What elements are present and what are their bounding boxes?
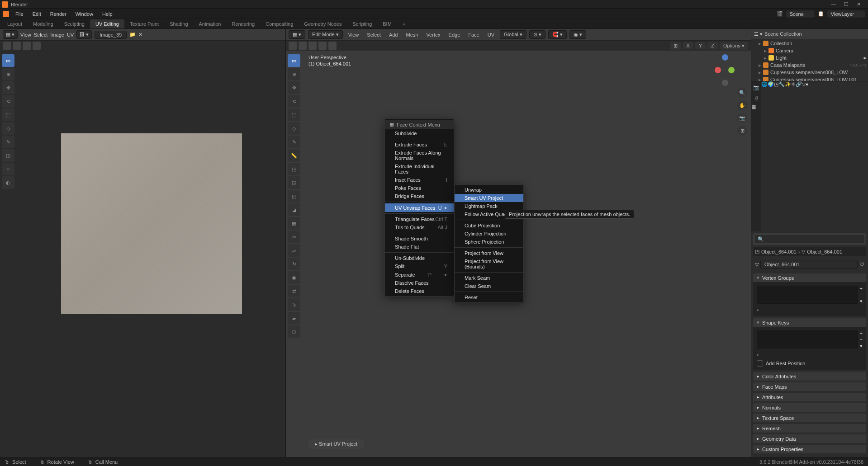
- viewport-tool-select-icon[interactable]: ▭: [288, 54, 300, 67]
- uv-menu-select[interactable]: Select: [34, 32, 48, 38]
- submenu-item[interactable]: Mark Seam: [455, 274, 523, 282]
- tab-sculpting[interactable]: Sculpting: [59, 19, 90, 28]
- viewport-tool-bevel-icon[interactable]: ◢: [288, 203, 300, 216]
- tab-geometry-nodes[interactable]: Geometry Nodes: [299, 19, 347, 28]
- context-menu-item[interactable]: SeparateP▸: [385, 270, 454, 279]
- viewport-pan-icon[interactable]: ✋: [737, 100, 747, 110]
- shape-keys-list[interactable]: [757, 330, 858, 348]
- viewport-tool-measure-icon[interactable]: 📏: [288, 149, 300, 162]
- menu-render[interactable]: Render: [46, 10, 71, 18]
- tab-add[interactable]: +: [397, 19, 411, 28]
- viewport-face-select-icon[interactable]: [308, 42, 317, 50]
- context-menu-item[interactable]: Extrude Individual Faces: [385, 162, 454, 176]
- uv-menu-view[interactable]: View: [20, 32, 31, 38]
- viewport-mode-dropdown[interactable]: Edit Mode ▾: [308, 30, 343, 39]
- viewport-tool-loopcut-icon[interactable]: ▦: [288, 217, 300, 230]
- uv-edge-select-icon[interactable]: [23, 42, 31, 50]
- outliner-item[interactable]: Casa Malaparte: [770, 62, 847, 68]
- viewport-menu-view[interactable]: View: [346, 31, 362, 38]
- viewport-gizmos-icon[interactable]: ⊞: [670, 42, 681, 50]
- viewport-pivot-dropdown[interactable]: ⊙ ▾: [529, 30, 545, 39]
- viewport-menu-add[interactable]: Add: [386, 31, 401, 38]
- viewport-tool-cursor-icon[interactable]: ⊕: [288, 68, 300, 80]
- panel-normals[interactable]: ▸Normals: [753, 403, 866, 412]
- viewport-tool-shrink-icon[interactable]: ⇲: [288, 298, 300, 311]
- tab-texture-paint[interactable]: Texture Paint: [124, 19, 164, 28]
- viewport-menu-edge[interactable]: Edge: [446, 31, 463, 38]
- tab-layout[interactable]: Layout: [2, 19, 28, 28]
- context-menu-item[interactable]: Triangulate FacesCtrl T: [385, 215, 454, 223]
- outliner-item[interactable]: Cupressus sempervirens008_LOW.001: [770, 77, 866, 81]
- menu-window[interactable]: Window: [71, 10, 98, 18]
- viewport-camera-icon[interactable]: 📷: [737, 113, 747, 123]
- uv-tool-select-icon[interactable]: ▭: [2, 54, 14, 67]
- props-tab-data-icon[interactable]: ▽: [802, 81, 806, 231]
- context-menu-item[interactable]: Poke Faces: [385, 184, 454, 192]
- props-tab-viewlayer-icon[interactable]: ▦: [751, 104, 761, 110]
- gizmo-y-axis-icon[interactable]: [728, 67, 735, 73]
- viewport-editor-type-dropdown[interactable]: ▦ ▾: [289, 30, 305, 39]
- viewport-tool-add-cube-icon[interactable]: ◳: [288, 163, 300, 175]
- viewport-tool-polybuild-icon[interactable]: ▱: [288, 244, 300, 257]
- props-tab-world-icon[interactable]: 🌍: [768, 81, 774, 231]
- context-menu-item[interactable]: Inset FacesI: [385, 176, 454, 184]
- add-rest-position-checkbox[interactable]: [757, 360, 763, 367]
- props-tab-object-icon[interactable]: ◳: [774, 81, 778, 231]
- submenu-item[interactable]: Reset: [455, 293, 523, 301]
- tab-modeling[interactable]: Modeling: [28, 19, 59, 28]
- tab-bim[interactable]: BIM: [377, 19, 397, 28]
- overlay-y-button[interactable]: Y: [695, 42, 706, 49]
- outliner-item[interactable]: Cupressus sempervirens008_LOW: [770, 70, 866, 75]
- context-menu-item[interactable]: Tris to QuadsAlt J: [385, 223, 454, 231]
- outliner-editor-icon[interactable]: ☰ ▾: [754, 31, 763, 37]
- uv-tool-rotate-icon[interactable]: ⟲: [2, 95, 14, 108]
- submenu-item[interactable]: Project from View (Bounds): [455, 257, 523, 271]
- viewport-nav-gizmo[interactable]: [715, 54, 742, 86]
- gizmo-x-axis-icon[interactable]: [715, 67, 721, 73]
- viewport-tool-spin-icon[interactable]: ↻: [288, 258, 300, 270]
- viewport-tool-rip-icon[interactable]: ⬡: [288, 325, 300, 338]
- fake-user-icon[interactable]: 🛡: [859, 262, 864, 267]
- submenu-item[interactable]: Cylinder Projection: [455, 230, 523, 238]
- tab-rendering[interactable]: Rendering: [226, 19, 260, 28]
- scene-field[interactable]: Scene: [786, 10, 815, 18]
- viewport-tool-transform-icon[interactable]: ◇: [288, 122, 300, 135]
- submenu-item[interactable]: Sphere Projection: [455, 238, 523, 246]
- viewport-tool-knife-icon[interactable]: ✂: [288, 231, 300, 243]
- add-vertex-group-icon[interactable]: +: [860, 286, 863, 291]
- vertex-groups-list[interactable]: [757, 286, 858, 304]
- outliner-item[interactable]: Camera: [776, 48, 866, 53]
- uv-menu-image[interactable]: Image: [50, 32, 64, 38]
- outliner-item[interactable]: Collection: [770, 41, 866, 46]
- outliner-item[interactable]: Light: [776, 55, 861, 61]
- uv-tool-move-icon[interactable]: ✥: [2, 81, 14, 94]
- context-menu-item[interactable]: Bridge Faces: [385, 192, 454, 200]
- viewport-proportional-dropdown[interactable]: ◉ ▾: [569, 30, 586, 39]
- context-menu-item[interactable]: Un-Subdivide: [385, 254, 454, 262]
- panel-geometry-data[interactable]: ▸Geometry Data: [753, 434, 866, 443]
- gizmo-z-axis-icon[interactable]: [722, 54, 728, 61]
- panel-attributes[interactable]: ▸Attributes: [753, 393, 866, 401]
- props-tab-scene-icon[interactable]: 🌐: [761, 81, 768, 231]
- uv-image-name-field[interactable]: Image_39: [95, 31, 127, 39]
- uv-tool-annotate-icon[interactable]: ✎: [2, 136, 14, 148]
- panel-color-attributes[interactable]: ▸Color Attributes: [753, 372, 866, 381]
- remove-vertex-group-icon[interactable]: −: [860, 292, 863, 297]
- uv-image-icon[interactable]: 🖼 ▾: [76, 30, 92, 39]
- uv-tool-transform-icon[interactable]: ◇: [2, 122, 14, 135]
- viewport-menu-face[interactable]: Face: [465, 31, 482, 38]
- submenu-item[interactable]: Smart UV Project: [455, 194, 523, 202]
- object-name-field[interactable]: Object_664.001: [760, 260, 858, 269]
- tab-compositing[interactable]: Compositing: [260, 19, 299, 28]
- uv-face-select-icon[interactable]: [33, 42, 41, 50]
- uv-menu-uv[interactable]: UV: [67, 32, 74, 38]
- viewport-vertex-select-icon[interactable]: [289, 42, 297, 50]
- viewport-tool-scale-icon[interactable]: ⬚: [288, 108, 300, 121]
- menu-file[interactable]: File: [11, 10, 28, 18]
- uv-tool-scale-icon[interactable]: ⬚: [2, 108, 14, 121]
- viewport-tool-annotate-icon[interactable]: ✎: [288, 136, 300, 148]
- viewport-tool-edge-slide-icon[interactable]: ⇄: [288, 285, 300, 297]
- uv-editor-type-dropdown[interactable]: ▦ ▾: [3, 30, 18, 39]
- context-menu-item[interactable]: Shade Flat: [385, 243, 454, 251]
- menu-help[interactable]: Help: [98, 10, 117, 18]
